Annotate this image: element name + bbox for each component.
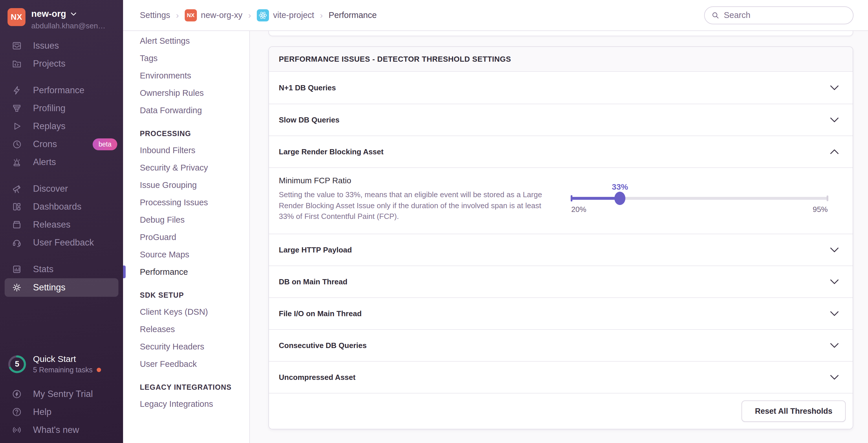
active-indicator: [123, 265, 126, 278]
issues-icon: [11, 40, 22, 51]
nav-label: Issue Grouping: [140, 180, 197, 190]
search-input[interactable]: [724, 10, 850, 20]
accordion-row-large-http-payload[interactable]: Large HTTP Payload: [269, 234, 852, 265]
sidebar-item-label: Discover: [33, 184, 68, 194]
row-label: N+1 DB Queries: [279, 84, 336, 92]
sidebar-item-profiling[interactable]: Profiling: [0, 99, 123, 117]
settings-secondary-nav: Alert Settings Tags Environments Ownersh…: [123, 31, 250, 443]
settings-nav-alert-settings[interactable]: Alert Settings: [123, 32, 249, 50]
row-label: Consecutive DB Queries: [279, 341, 367, 350]
org-badge: NX: [185, 9, 197, 22]
sidebar-item-label: Replays: [33, 121, 65, 131]
sidebar-item-whats-new[interactable]: What's new: [0, 421, 123, 439]
sidebar-item-help[interactable]: Help: [0, 403, 123, 421]
breadcrumb-project[interactable]: vite-project: [257, 9, 314, 22]
accordion-row-n1-db-queries[interactable]: N+1 DB Queries: [269, 72, 852, 104]
quick-start-count: 5: [7, 355, 27, 374]
row-label: File I/O on Main Thread: [279, 309, 362, 318]
scrolled-card-bottom: [269, 31, 853, 36]
settings-nav-releases[interactable]: Releases: [123, 320, 249, 338]
slider-max-tick: [827, 195, 828, 201]
breadcrumb-settings[interactable]: Settings: [140, 10, 170, 20]
gear-icon: [11, 282, 22, 293]
nav-label: Releases: [140, 324, 175, 334]
accordion-row-uncompressed-asset[interactable]: Uncompressed Asset: [269, 361, 852, 393]
sidebar-item-trial[interactable]: My Sentry Trial: [0, 385, 123, 403]
settings-nav-tags[interactable]: Tags: [123, 50, 249, 67]
quick-start-widget[interactable]: 5 Quick Start 5 Remaining tasks: [0, 354, 123, 374]
search-box[interactable]: [704, 6, 854, 24]
accordion-row-slow-db-queries[interactable]: Slow DB Queries: [269, 104, 852, 135]
settings-nav-legacy-integrations[interactable]: Legacy Integrations: [123, 395, 249, 413]
sidebar-item-alerts[interactable]: Alerts: [0, 153, 123, 171]
chevron-down-icon: [830, 278, 839, 285]
sidebar-item-label: Dashboards: [33, 201, 81, 212]
nav-label: ProGuard: [140, 232, 176, 242]
reset-all-thresholds-button[interactable]: Reset All Thresholds: [742, 401, 846, 422]
settings-nav-ownership-rules[interactable]: Ownership Rules: [123, 84, 249, 102]
settings-nav-security-headers[interactable]: Security Headers: [123, 338, 249, 355]
sidebar-item-label: Performance: [33, 85, 84, 96]
sidebar-item-settings[interactable]: Settings: [5, 278, 118, 297]
telescope-icon: [11, 184, 22, 194]
sidebar-item-releases[interactable]: Releases: [0, 216, 123, 234]
nav-label: Security Headers: [140, 342, 204, 351]
chevron-right-icon: ›: [248, 10, 251, 20]
nav-label: Performance: [140, 267, 188, 277]
org-switcher[interactable]: NX new-org abdullah.khan@sen…: [0, 7, 123, 30]
settings-nav-source-maps[interactable]: Source Maps: [123, 246, 249, 263]
question-circle-icon: [11, 407, 22, 417]
sidebar-item-dashboards[interactable]: Dashboards: [0, 198, 123, 216]
broadcast-icon: [11, 425, 22, 435]
sidebar-item-label: Profiling: [33, 103, 65, 114]
settings-nav-client-keys[interactable]: Client Keys (DSN): [123, 303, 249, 320]
accordion-row-file-io-on-main-thread[interactable]: File I/O on Main Thread: [269, 297, 852, 329]
slider-thumb[interactable]: [614, 192, 625, 205]
settings-nav-debug-files[interactable]: Debug Files: [123, 211, 249, 228]
detector-threshold-panel: PERFORMANCE ISSUES - DETECTOR THRESHOLD …: [269, 46, 853, 430]
settings-nav-user-feedback[interactable]: User Feedback: [123, 355, 249, 373]
nav-label: Tags: [140, 54, 157, 63]
row-label: Large HTTP Payload: [279, 246, 352, 254]
beta-badge: beta: [93, 138, 117, 150]
sidebar-item-label: Help: [33, 407, 52, 417]
nav-label: Client Keys (DSN): [140, 307, 208, 317]
settings-nav-environments[interactable]: Environments: [123, 67, 249, 84]
top-header: Settings › NX new-org-xy › vite-project: [123, 0, 868, 31]
dashboard-grid-icon: [11, 201, 22, 212]
sidebar-item-label: My Sentry Trial: [33, 389, 93, 399]
sidebar-item-crons[interactable]: Crons beta: [0, 135, 123, 153]
chevron-down-icon: [830, 117, 839, 123]
sidebar-item-user-feedback[interactable]: User Feedback: [0, 234, 123, 252]
settings-nav-proguard[interactable]: ProGuard: [123, 228, 249, 246]
sidebar-item-replays[interactable]: Replays: [0, 117, 123, 135]
accordion-row-large-render-blocking-asset[interactable]: Large Render Blocking Asset: [269, 135, 852, 167]
nav-label: Source Maps: [140, 250, 189, 259]
settings-nav-inbound-filters[interactable]: Inbound Filters: [123, 141, 249, 159]
sidebar-item-performance[interactable]: Performance: [0, 82, 123, 99]
sidebar-item-issues[interactable]: Issues: [0, 37, 123, 55]
quick-start-title: Quick Start: [33, 354, 101, 364]
settings-nav-security-privacy[interactable]: Security & Privacy: [123, 159, 249, 176]
accordion-row-consecutive-db-queries[interactable]: Consecutive DB Queries: [269, 329, 852, 361]
settings-nav-data-forwarding[interactable]: Data Forwarding: [123, 102, 249, 119]
quick-start-progress-ring: 5: [7, 355, 27, 374]
slider-min-tick: [571, 195, 572, 201]
settings-nav-section-sdk-setup: SDK SETUP: [123, 289, 249, 302]
nav-label: Processing Issues: [140, 198, 208, 207]
sidebar-item-label: Projects: [33, 59, 65, 69]
fcp-ratio-slider[interactable]: 33%: [571, 197, 828, 200]
settings-nav-performance[interactable]: Performance: [123, 263, 249, 281]
row-label: Uncompressed Asset: [279, 373, 355, 382]
sidebar-item-projects[interactable]: Projects: [0, 55, 123, 73]
panel-title: PERFORMANCE ISSUES - DETECTOR THRESHOLD …: [269, 47, 852, 72]
settings-nav-issue-grouping[interactable]: Issue Grouping: [123, 176, 249, 194]
sidebar-item-stats[interactable]: Stats: [0, 260, 123, 278]
panel-footer: Reset All Thresholds: [269, 393, 852, 429]
slider-value-label: 33%: [612, 182, 628, 192]
settings-nav-processing-issues[interactable]: Processing Issues: [123, 194, 249, 211]
breadcrumb-org[interactable]: NX new-org-xy: [185, 9, 242, 22]
chevron-down-icon: [830, 84, 839, 91]
accordion-row-db-on-main-thread[interactable]: DB on Main Thread: [269, 265, 852, 297]
sidebar-item-discover[interactable]: Discover: [0, 180, 123, 198]
